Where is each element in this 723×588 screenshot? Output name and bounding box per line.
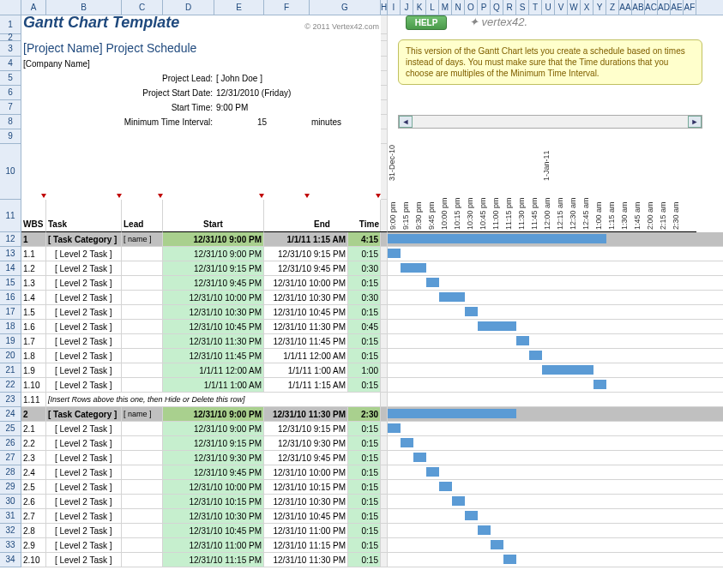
lead-cell[interactable] — [122, 538, 163, 553]
time-header[interactable]: Time — [348, 217, 381, 232]
start-cell[interactable]: 12/31/10 9:15 PM — [163, 436, 264, 451]
start-cell[interactable]: 12/31/10 9:30 PM — [163, 451, 264, 465]
start-cell[interactable]: 1/1/11 1:00 AM — [163, 378, 264, 393]
time-cell[interactable]: 0:15 — [348, 436, 381, 451]
end-cell[interactable]: 12/31/10 11:30 PM — [264, 320, 348, 334]
task-cell[interactable]: [ Level 2 Task ] — [46, 480, 122, 495]
gantt-bar[interactable] — [478, 525, 491, 535]
start-cell[interactable]: 12/31/10 11:30 PM — [163, 334, 264, 349]
comment-indicator-icon[interactable] — [41, 194, 46, 198]
gantt-bar[interactable] — [478, 321, 516, 331]
gantt-bar[interactable] — [593, 380, 606, 389]
wbs-cell[interactable]: 2.8 — [21, 524, 46, 538]
end-cell[interactable]: 12/31/10 10:00 PM — [264, 276, 348, 291]
row-header[interactable]: 14 — [0, 261, 21, 276]
col-header[interactable]: AB — [632, 0, 645, 15]
meta-value[interactable]: 12/31/2010 (Friday) — [214, 86, 381, 100]
task-cell[interactable]: [ Level 2 Task ] — [46, 305, 122, 320]
row-header[interactable]: 17 — [0, 305, 21, 320]
end-cell[interactable]: 12/31/10 9:45 PM — [264, 451, 348, 465]
wbs-header[interactable]: WBS — [21, 200, 46, 232]
row-header[interactable]: 21 — [0, 363, 21, 378]
gantt-bar[interactable] — [439, 292, 465, 302]
lead-cell[interactable] — [122, 305, 163, 320]
lead-cell[interactable] — [122, 363, 163, 378]
row-header[interactable]: 20 — [0, 349, 21, 363]
lead-cell[interactable] — [122, 334, 163, 349]
gantt-bar[interactable] — [465, 511, 478, 520]
gantt-bar[interactable] — [439, 482, 452, 491]
gantt-bar[interactable] — [516, 336, 529, 345]
time-cell[interactable]: 0:15 — [348, 276, 381, 291]
start-cell[interactable]: 12/31/10 11:00 PM — [163, 538, 264, 553]
lead-cell[interactable] — [122, 436, 163, 451]
row-header[interactable]: 9 — [0, 129, 21, 144]
task-cell[interactable]: [ Level 2 Task ] — [46, 334, 122, 349]
row-header[interactable]: 6 — [0, 86, 21, 100]
wbs-cell[interactable]: 2.6 — [21, 495, 46, 509]
col-header[interactable]: B — [46, 0, 122, 15]
task-cell[interactable]: [ Level 2 Task ] — [46, 378, 122, 393]
col-header[interactable]: L — [426, 0, 439, 15]
gantt-bar[interactable] — [426, 467, 439, 477]
col-header[interactable]: F — [264, 0, 310, 15]
row-header[interactable]: 5 — [0, 71, 21, 86]
row-header[interactable]: 24 — [0, 407, 21, 422]
end-cell[interactable]: 12/31/10 10:15 PM — [264, 480, 348, 495]
row-header[interactable]: 10 — [0, 144, 21, 200]
task-cell[interactable]: [ Level 2 Task ] — [46, 436, 122, 451]
start-cell[interactable]: 12/31/10 9:00 PM — [163, 407, 264, 422]
row-header[interactable]: 4 — [0, 57, 21, 71]
task-cell[interactable]: [ Level 2 Task ] — [46, 465, 122, 480]
col-header[interactable]: V — [555, 0, 568, 15]
time-cell[interactable]: 0:15 — [348, 509, 381, 524]
wbs-cell[interactable]: 2.3 — [21, 451, 46, 465]
lead-cell[interactable] — [122, 422, 163, 436]
time-cell[interactable]: 0:15 — [348, 538, 381, 553]
col-header[interactable]: S — [516, 0, 529, 15]
wbs-cell[interactable]: 1.3 — [21, 276, 46, 291]
task-cell[interactable]: [ Level 2 Task ] — [46, 422, 122, 436]
time-cell[interactable]: 0:15 — [348, 524, 381, 538]
time-cell[interactable]: 0:15 — [348, 334, 381, 349]
task-cell[interactable]: [ Level 2 Task ] — [46, 247, 122, 261]
time-cell[interactable]: 0:15 — [348, 422, 381, 436]
row-header[interactable]: 12 — [0, 232, 21, 247]
meta-value[interactable]: 9:00 PM — [214, 100, 381, 115]
row-header[interactable]: 22 — [0, 378, 21, 393]
time-cell[interactable]: 1:00 — [348, 363, 381, 378]
row-header[interactable]: 33 — [0, 538, 21, 553]
row-header[interactable]: 3 — [0, 41, 21, 57]
gantt-bar[interactable] — [426, 278, 439, 287]
wbs-cell[interactable]: 1.6 — [21, 320, 46, 334]
lead-cell[interactable] — [122, 480, 163, 495]
task-cell[interactable]: [ Level 2 Task ] — [46, 363, 122, 378]
row-header[interactable]: 25 — [0, 422, 21, 436]
lead-cell[interactable] — [122, 465, 163, 480]
end-cell[interactable]: 12/31/10 10:45 PM — [264, 509, 348, 524]
time-cell[interactable]: 0:15 — [348, 553, 381, 567]
lead-cell[interactable] — [122, 291, 163, 305]
start-cell[interactable]: 12/31/10 9:00 PM — [163, 232, 264, 247]
lead-cell[interactable]: [ name ] — [122, 407, 163, 422]
end-cell[interactable]: 12/31/10 9:30 PM — [264, 436, 348, 451]
start-cell[interactable]: 12/31/10 10:45 PM — [163, 524, 264, 538]
time-cell[interactable]: 0:30 — [348, 261, 381, 276]
wbs-cell[interactable]: 1.8 — [21, 349, 46, 363]
task-cell[interactable]: [ Task Category ] — [46, 407, 122, 422]
col-header[interactable]: G — [310, 0, 381, 15]
row-header[interactable]: 29 — [0, 480, 21, 495]
comment-indicator-icon[interactable] — [158, 194, 163, 198]
task-cell[interactable]: [ Level 2 Task ] — [46, 291, 122, 305]
end-cell[interactable]: 12/31/10 10:00 PM — [264, 465, 348, 480]
wbs-cell[interactable]: 2.4 — [21, 465, 46, 480]
start-cell[interactable]: 12/31/10 10:45 PM — [163, 320, 264, 334]
col-header[interactable]: R — [503, 0, 516, 15]
task-cell[interactable]: [ Level 2 Task ] — [46, 509, 122, 524]
time-cell[interactable]: 0:45 — [348, 320, 381, 334]
wbs-cell[interactable]: 1.5 — [21, 305, 46, 320]
row-header[interactable]: 16 — [0, 291, 21, 305]
row-header[interactable]: 27 — [0, 451, 21, 465]
wbs-cell[interactable]: 2.2 — [21, 436, 46, 451]
time-cell[interactable]: 0:15 — [348, 378, 381, 393]
